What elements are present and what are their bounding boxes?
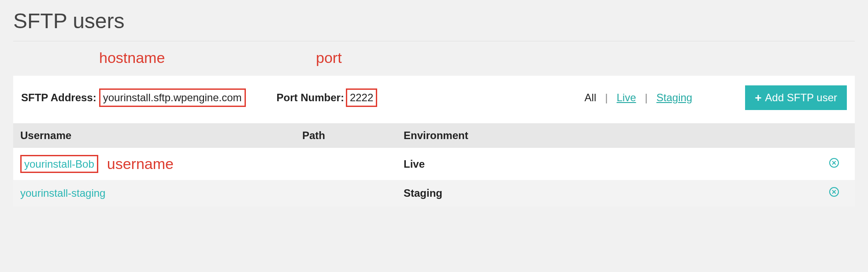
delete-user-icon[interactable]: ✕ [829, 187, 839, 197]
sftp-panel: SFTP Address: yourinstall.sftp.wpengine.… [13, 76, 855, 206]
hostname-annotation: hostname [99, 49, 165, 66]
page-title: SFTP users [13, 9, 855, 41]
username-link[interactable]: yourinstall-Bob [24, 158, 94, 170]
environment-cell: Live [404, 158, 425, 170]
filter-live[interactable]: Live [617, 92, 636, 104]
filter-separator: | [605, 92, 608, 104]
header-environment: Environment [397, 123, 855, 148]
username-annotation: username [107, 155, 174, 173]
add-sftp-user-label: Add SFTP user [765, 92, 837, 104]
port-annotation: port [316, 49, 342, 66]
port-number-value-box: 2222 [346, 88, 377, 107]
annotation-row: hostname port [13, 49, 855, 76]
table-row: yourinstall-Bob username Live ✕ [13, 148, 855, 180]
port-number-value: 2222 [350, 92, 373, 103]
path-cell [295, 148, 397, 180]
environment-cell: Staging [404, 187, 442, 199]
filter-staging[interactable]: Staging [657, 92, 692, 104]
connection-info-row: SFTP Address: yourinstall.sftp.wpengine.… [13, 76, 855, 123]
environment-filter: All | Live | Staging [585, 92, 693, 104]
header-path: Path [295, 123, 397, 148]
sftp-users-table: Username Path Environment yourinstall-Bo… [13, 123, 855, 206]
header-username: Username [13, 123, 295, 148]
add-sftp-user-button[interactable]: + Add SFTP user [745, 85, 847, 110]
filter-separator: | [645, 92, 648, 104]
sftp-address-value-box: yourinstall.sftp.wpengine.com [99, 88, 246, 107]
sftp-address-label: SFTP Address: [21, 92, 96, 104]
username-link[interactable]: yourinstall-staging [20, 187, 105, 199]
plus-icon: + [755, 92, 761, 103]
port-number-label: Port Number: [277, 92, 344, 104]
table-header-row: Username Path Environment [13, 123, 855, 148]
delete-user-icon[interactable]: ✕ [829, 158, 839, 168]
sftp-address-value: yourinstall.sftp.wpengine.com [103, 92, 242, 103]
username-value-box: yourinstall-Bob [20, 155, 98, 173]
path-cell [295, 180, 397, 206]
table-row: yourinstall-staging Staging ✕ [13, 180, 855, 206]
filter-all[interactable]: All [585, 92, 597, 104]
